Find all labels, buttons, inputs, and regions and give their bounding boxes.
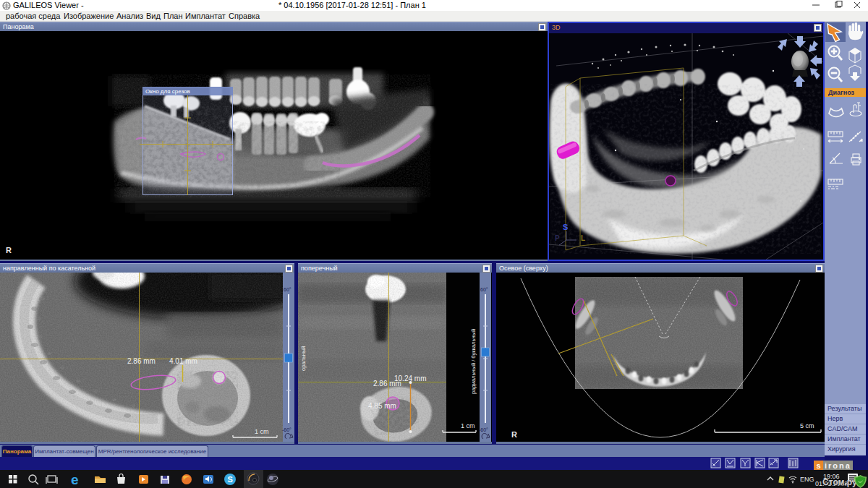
svg-text:R: R	[6, 246, 12, 254]
svg-text:S: S	[563, 223, 568, 231]
svg-text:1 cm: 1 cm	[255, 428, 269, 435]
svg-text:радиальный / буккальный: радиальный / буккальный	[470, 329, 477, 394]
svg-text:60°: 60°	[284, 287, 292, 292]
svg-text:L: L	[581, 234, 585, 242]
svg-text:1 cm: 1 cm	[461, 422, 475, 429]
svg-text:2.86 mm: 2.86 mm	[127, 357, 156, 365]
svg-text:R: R	[511, 430, 517, 439]
svg-text:2.86 mm: 2.86 mm	[373, 380, 401, 388]
svg-text:Окно для срезов: Окно для срезов	[145, 88, 190, 95]
svg-text:5 cm: 5 cm	[800, 422, 814, 429]
svg-text:P: P	[555, 234, 560, 242]
svg-text:4.01 mm: 4.01 mm	[169, 357, 197, 365]
svg-text:ENG: ENG	[800, 476, 814, 483]
svg-text:e: e	[71, 472, 79, 487]
svg-text:-60°: -60°	[282, 427, 292, 432]
svg-text:Диагноз: Диагноз	[828, 89, 855, 96]
svg-text:4.85 mm: 4.85 mm	[368, 402, 396, 410]
svg-text:60°: 60°	[480, 287, 488, 292]
svg-text:S: S	[228, 475, 233, 484]
svg-text:оральный: оральный	[300, 346, 307, 371]
svg-text:-60°: -60°	[479, 427, 488, 432]
